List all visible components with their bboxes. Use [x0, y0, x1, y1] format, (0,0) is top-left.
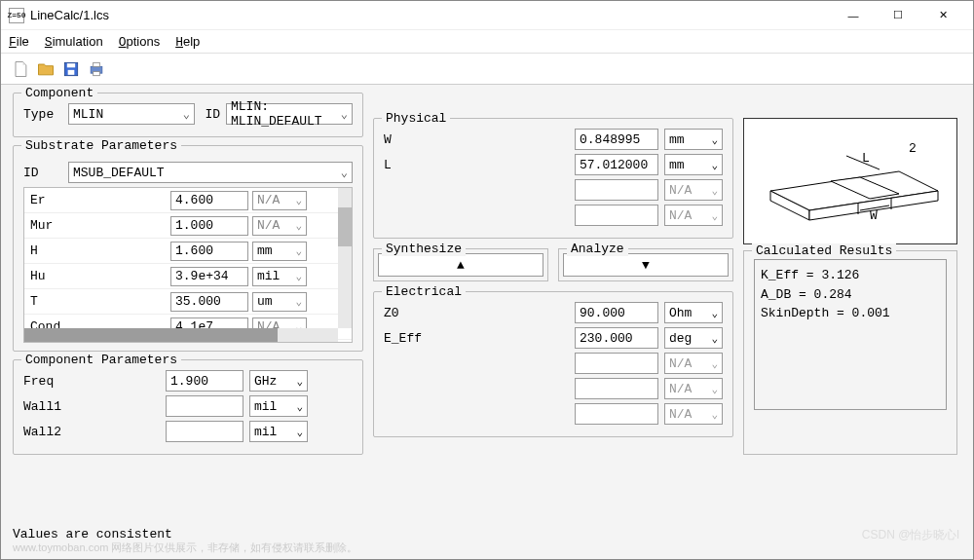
physical-param-unit[interactable]: mm — [664, 154, 723, 175]
menu-help[interactable]: Help — [175, 34, 200, 50]
menu-simulation[interactable]: Simulation — [45, 34, 103, 50]
synthesize-button[interactable]: ▲ — [378, 253, 543, 277]
substrate-row: T 35.000 um — [24, 289, 352, 315]
electrical-param-value — [575, 378, 658, 399]
print-icon[interactable] — [87, 59, 106, 79]
results-legend: Calculated Results — [752, 243, 896, 258]
physical-param-value[interactable]: 57.012000 — [575, 154, 658, 175]
substrate-param-name: Hu — [30, 269, 167, 283]
comp-params-legend: Component Parameters — [21, 353, 181, 367]
analyze-group: Analyze ▼ — [558, 248, 733, 281]
substrate-param-value[interactable]: 1.600 — [170, 242, 248, 261]
comp-param-unit[interactable]: GHz — [249, 370, 308, 392]
minimize-button[interactable]: — — [831, 1, 876, 30]
open-folder-icon[interactable] — [36, 59, 56, 79]
component-group: Component Type MLIN ID MLIN: MLIN_DEFAUL… — [13, 93, 363, 137]
substrate-row: Er 4.600 N/A — [24, 188, 352, 213]
svg-rect-5 — [94, 71, 100, 75]
analyze-legend: Analyze — [567, 242, 628, 256]
physical-param-value — [575, 179, 658, 201]
electrical-param-name: E_Eff — [384, 331, 442, 346]
substrate-param-value[interactable]: 4.600 — [170, 191, 248, 210]
physical-row: W 0.848995 mm — [384, 129, 723, 150]
new-file-icon[interactable] — [11, 59, 30, 79]
save-icon[interactable] — [61, 59, 81, 79]
comp-param-unit[interactable]: mil — [249, 421, 308, 442]
substrate-param-name: T — [30, 294, 167, 309]
menu-options[interactable]: Options — [119, 34, 161, 50]
electrical-param-name: Z0 — [384, 306, 442, 320]
maximize-button[interactable]: ☐ — [876, 1, 920, 30]
substrate-id-combo[interactable]: MSUB_DEFAULT — [68, 162, 353, 183]
diagram-2-label: 2 — [909, 141, 917, 156]
substrate-param-unit[interactable]: mil — [252, 267, 307, 286]
comp-param-unit[interactable]: mil — [249, 395, 308, 417]
app-icon: Z=50 — [9, 8, 24, 23]
watermark-right: CSDN @怡步晓心l — [862, 527, 959, 543]
menubar: File Simulation Options Help — [1, 30, 973, 54]
close-button[interactable]: ✕ — [920, 1, 965, 30]
electrical-row: N/A — [384, 353, 723, 374]
result-line: K_Eff = 3.126 — [761, 266, 940, 285]
svg-rect-1 — [67, 63, 75, 67]
physical-param-value[interactable]: 0.848995 — [575, 129, 658, 150]
substrate-param-value[interactable]: 35.000 — [170, 292, 248, 312]
toolbar — [1, 54, 973, 85]
comp-param-value[interactable] — [166, 421, 244, 442]
electrical-param-unit[interactable]: Ohm — [664, 302, 723, 323]
results-text: K_Eff = 3.126A_DB = 0.284SkinDepth = 0.0… — [754, 259, 947, 410]
status-text: Values are consistent — [13, 527, 172, 541]
substrate-param-unit[interactable]: mm — [252, 242, 307, 261]
comp-params-group: Component Parameters Freq 1.900 GHzWall1… — [13, 359, 363, 455]
electrical-row: Z0 90.000 Ohm — [384, 302, 723, 323]
substrate-scroll-v[interactable] — [338, 188, 352, 328]
substrate-group: Substrate Parameters ID MSUB_DEFAULT Er … — [13, 145, 363, 352]
substrate-param-value[interactable]: 3.9e+34 — [170, 267, 248, 286]
window-buttons: — ☐ ✕ — [831, 1, 965, 30]
substrate-param-name: Er — [30, 193, 167, 207]
electrical-row: N/A — [384, 378, 723, 399]
physical-row: N/A — [384, 179, 723, 201]
physical-row: N/A — [384, 205, 723, 226]
electrical-param-unit[interactable]: deg — [664, 327, 723, 349]
type-combo[interactable]: MLIN — [68, 103, 195, 125]
electrical-param-unit[interactable]: N/A — [664, 353, 723, 374]
substrate-param-unit[interactable]: N/A — [252, 191, 307, 210]
physical-param-unit[interactable]: mm — [664, 129, 723, 150]
menu-file[interactable]: File — [9, 34, 29, 50]
electrical-param-unit[interactable]: N/A — [664, 403, 723, 425]
electrical-param-value[interactable]: 230.000 — [575, 327, 658, 349]
physical-param-unit[interactable]: N/A — [664, 205, 723, 226]
synthesize-group: Synthesize ▲ — [373, 248, 548, 281]
result-line: A_DB = 0.284 — [761, 285, 940, 305]
substrate-row: Mur 1.000 N/A — [24, 213, 352, 239]
synthesize-legend: Synthesize — [382, 242, 466, 256]
physical-param-name: W — [384, 132, 442, 147]
substrate-param-value[interactable]: 1.000 — [170, 216, 248, 236]
physical-group: Physical W 0.848995 mmL 57.012000 mm N/A… — [373, 118, 733, 239]
comp-param-row: Freq 1.900 GHz — [23, 370, 353, 392]
electrical-param-unit[interactable]: N/A — [664, 378, 723, 399]
comp-param-name: Wall1 — [23, 399, 160, 414]
id-combo[interactable]: MLIN: MLIN_DEFAULT — [226, 103, 353, 125]
substrate-row: H 1.600 mm — [24, 239, 352, 264]
substrate-param-unit[interactable]: um — [252, 292, 307, 312]
watermark-left: www.toymoban.com 网络图片仅供展示，非存储，如有侵权请联系删除。 — [13, 541, 357, 555]
titlebar: Z=50 LineCalc/1.lcs — ☐ ✕ — [1, 1, 973, 30]
physical-param-unit[interactable]: N/A — [664, 179, 723, 201]
substrate-table: Er 4.600 N/AMur 1.000 N/AH 1.600 mmHu 3.… — [23, 187, 353, 343]
comp-param-value[interactable] — [166, 395, 244, 417]
substrate-scroll-h[interactable] — [24, 328, 338, 342]
comp-param-name: Freq — [23, 374, 160, 389]
electrical-legend: Electrical — [382, 284, 466, 299]
physical-param-name: L — [384, 158, 442, 172]
window-title: LineCalc/1.lcs — [30, 8, 109, 22]
substrate-param-unit[interactable]: N/A — [252, 216, 307, 236]
substrate-legend: Substrate Parameters — [21, 138, 181, 153]
substrate-id-label: ID — [23, 166, 62, 180]
type-label: Type — [23, 107, 62, 122]
substrate-row: Hu 3.9e+34 mil — [24, 264, 352, 289]
electrical-param-value[interactable]: 90.000 — [575, 302, 658, 323]
analyze-button[interactable]: ▼ — [563, 253, 729, 277]
comp-param-value[interactable]: 1.900 — [166, 370, 244, 392]
